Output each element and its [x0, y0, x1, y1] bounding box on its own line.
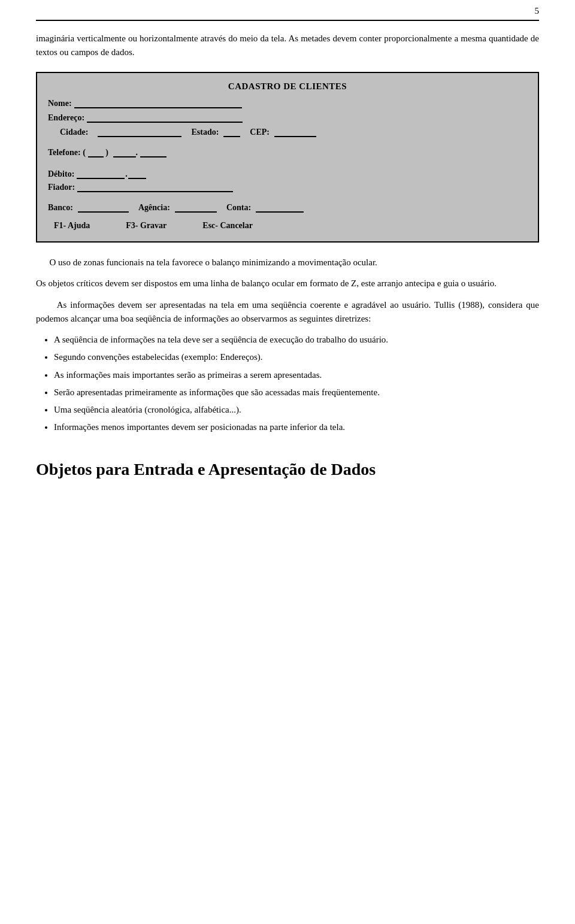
- cidade-label: Cidade:: [60, 128, 88, 137]
- estado-field: [223, 128, 240, 137]
- conta-label: Conta:: [226, 203, 251, 213]
- list-item: Segundo convenções estabelecidas (exempl…: [54, 350, 539, 364]
- section-heading: Objetos para Entrada e Apresentação de D…: [36, 459, 539, 480]
- form-row-banco: Banco: Agência: Conta:: [48, 203, 527, 213]
- form-row-cidade: Cidade: Estado: CEP:: [60, 128, 527, 137]
- cidade-field: [98, 128, 181, 137]
- form-row-endereco: Endereço:: [48, 113, 527, 123]
- body-paragraph3: As informações devem ser apresentadas na…: [36, 298, 539, 326]
- list-item: As informações mais importantes serão as…: [54, 368, 539, 382]
- esc-key: Esc- Cancelar: [202, 221, 253, 231]
- fiador-label: Fiador:: [48, 183, 75, 192]
- cep-label: CEP:: [250, 128, 270, 137]
- form-row-telefone: Telefone: ( ) .: [48, 148, 527, 157]
- fkeys-row: F1- Ajuda F3- Gravar Esc- Cancelar: [48, 221, 527, 231]
- form-row-debito: Débito: .: [48, 169, 527, 179]
- debito-label: Débito:: [48, 169, 74, 179]
- intro-paragraph: imaginária verticalmente ou horizontalme…: [36, 32, 539, 59]
- agencia-field: [175, 203, 217, 213]
- conta-field: [256, 203, 304, 213]
- list-item: Uma seqüência aleatória (cronológica, al…: [54, 403, 539, 417]
- list-item: A seqüência de informações na tela deve …: [54, 333, 539, 347]
- estado-label: Estado:: [191, 128, 219, 137]
- telefone-num2: [140, 148, 167, 157]
- form-row-nome: Nome:: [48, 99, 527, 108]
- cadastro-box: CADASTRO DE CLIENTES Nome: Endereço: Cid…: [36, 72, 539, 243]
- agencia-label: Agência:: [138, 203, 170, 213]
- body-paragraph2: Os objetos críticos devem ser dispostos …: [36, 277, 539, 290]
- cadastro-title: CADASTRO DE CLIENTES: [48, 81, 527, 92]
- cep-field: [274, 128, 316, 137]
- f1-key: F1- Ajuda: [54, 221, 90, 231]
- page-number: 5: [535, 6, 540, 16]
- bullet-list: A seqüência de informações na tela deve …: [54, 333, 539, 435]
- telefone-num1: [113, 148, 136, 157]
- debito-cents-field: [128, 169, 146, 179]
- form-row-fiador: Fiador:: [48, 183, 527, 192]
- fiador-field: [77, 183, 233, 192]
- page-number-bar: 5: [36, 0, 539, 21]
- body-paragraph1: O uso de zonas funcionais na tela favore…: [36, 256, 539, 269]
- endereco-label: Endereço:: [48, 113, 84, 123]
- endereco-field: [87, 113, 243, 123]
- banco-field: [78, 203, 129, 213]
- banco-label: Banco:: [48, 203, 73, 213]
- nome-label: Nome:: [48, 99, 72, 108]
- telefone-ddd: [88, 148, 104, 157]
- nome-field: [74, 99, 242, 108]
- list-item: Informações menos importantes devem ser …: [54, 420, 539, 434]
- f3-key: F3- Gravar: [126, 221, 167, 231]
- telefone-label: Telefone: (: [48, 148, 86, 157]
- list-item: Serão apresentadas primeiramente as info…: [54, 386, 539, 399]
- debito-field: [77, 169, 125, 179]
